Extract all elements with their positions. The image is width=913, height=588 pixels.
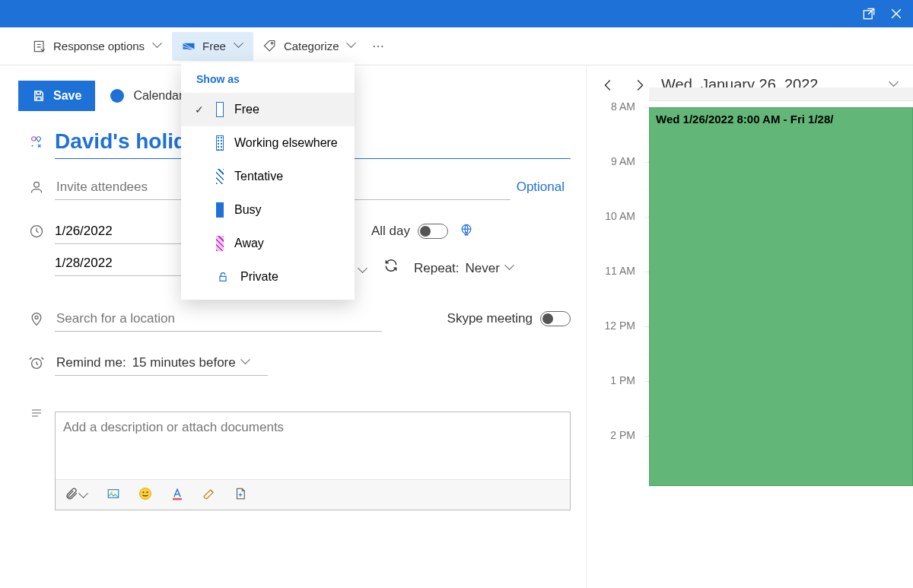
svg-point-8 [32, 137, 37, 141]
font-color-icon[interactable] [170, 486, 185, 504]
lock-icon [216, 270, 230, 284]
event-summary: Wed 1/26/2022 8:00 AM - Fri 1/28/ [656, 113, 833, 126]
svg-point-18 [143, 491, 145, 493]
dropdown-item-working-elsewhere[interactable]: ✓ Working elsewhere [181, 126, 355, 160]
categorize-label: Categorize [284, 40, 339, 52]
status-swatch-away [216, 236, 224, 251]
check-icon: ✓ [193, 103, 205, 116]
hour-label: 10 AM [587, 210, 640, 222]
hour-label: 2 PM [587, 429, 640, 441]
insert-icon[interactable] [234, 486, 247, 504]
repeat-value: Never [466, 261, 500, 276]
close-button[interactable] [884, 2, 908, 26]
svg-point-19 [147, 491, 148, 493]
dropdown-item-free[interactable]: ✓ Free [181, 93, 355, 126]
status-swatch-busy [216, 202, 224, 218]
svg-point-17 [140, 488, 151, 499]
calendar-name: Calendar [133, 89, 183, 103]
repeat-label: Repeat: [414, 261, 460, 276]
emoji-icon[interactable] [138, 486, 153, 504]
svg-point-16 [111, 491, 113, 493]
all-day-control: All day [371, 224, 448, 239]
all-day-toggle[interactable] [418, 224, 448, 239]
reminder-row: Remind me: 15 minutes before [18, 346, 571, 380]
dropdown-item-label: Private [240, 270, 278, 284]
calendar-selector[interactable]: Calendar [110, 89, 183, 103]
person-icon [18, 180, 55, 195]
repeat-selector[interactable]: Repeat: Never [414, 261, 515, 276]
dropdown-item-label: Working elsewhere [234, 136, 338, 150]
description-box: Add a description or attach documents [55, 412, 571, 510]
highlight-icon[interactable] [202, 486, 217, 504]
hour-label: 8 AM [587, 100, 640, 113]
chevron-down-icon [235, 42, 244, 51]
save-label: Save [53, 89, 81, 103]
chevron-down-icon [348, 42, 357, 51]
response-options-button[interactable]: Response options [23, 32, 172, 61]
dropdown-item-busy[interactable]: ✓ Busy [181, 193, 355, 227]
dropdown-heading: Show as [181, 70, 355, 93]
dropdown-item-tentative[interactable]: ✓ Tentative [181, 160, 355, 193]
svg-rect-20 [173, 497, 182, 500]
attach-icon[interactable] [65, 486, 89, 504]
show-as-button[interactable]: Free [172, 32, 253, 61]
end-date-value: 1/28/2022 [55, 256, 113, 271]
calendar-color-dot [110, 89, 124, 103]
clock-icon [18, 224, 55, 239]
skype-toggle[interactable] [540, 311, 571, 326]
skype-label: Skype meeting [447, 311, 533, 326]
dropdown-item-away[interactable]: ✓ Away [181, 227, 355, 260]
svg-point-13 [35, 316, 38, 319]
main-area: Show as ✓ Free ✓ Working elsewhere ✓ Ten… [0, 65, 913, 588]
window-chrome [0, 0, 913, 27]
alarm-icon [18, 354, 55, 371]
status-swatch-working-elsewhere [216, 135, 224, 151]
timezone-icon[interactable] [459, 222, 474, 240]
all-day-label: All day [371, 224, 410, 239]
description-toolbar [56, 479, 570, 510]
svg-point-3 [271, 42, 273, 44]
description-field[interactable]: Add a description or attach documents [56, 412, 570, 479]
more-options-button[interactable] [366, 40, 390, 53]
chevron-down-icon[interactable] [359, 267, 368, 276]
dropdown-item-label: Away [234, 237, 264, 250]
optional-attendees-link[interactable]: Optional [511, 180, 571, 195]
hour-label: 1 PM [587, 374, 640, 386]
chevron-down-icon [506, 264, 515, 273]
event-form: Show as ✓ Free ✓ Working elsewhere ✓ Ten… [0, 65, 586, 588]
event-block[interactable]: Wed 1/26/2022 8:00 AM - Fri 1/28/ [649, 107, 913, 486]
reminder-label: Remind me: [56, 355, 126, 370]
ribbon: Response options Free Categorize [0, 27, 913, 65]
recurrence-icon[interactable] [383, 258, 399, 276]
reminder-selector[interactable]: Remind me: 15 minutes before [55, 351, 268, 376]
location-icon [18, 310, 55, 327]
start-date-value: 1/26/2022 [55, 224, 113, 239]
svg-point-6 [382, 45, 383, 46]
location-field[interactable]: Search for a location [55, 307, 382, 332]
hour-label: 11 AM [587, 265, 640, 277]
status-swatch-tentative [216, 169, 224, 184]
show-as-dropdown: Show as ✓ Free ✓ Working elsewhere ✓ Ten… [181, 62, 355, 300]
skype-control: Skype meeting [447, 311, 571, 326]
image-icon[interactable] [106, 487, 121, 504]
next-day-button[interactable] [631, 77, 647, 94]
hour-label: 9 AM [587, 155, 640, 167]
categorize-button[interactable]: Categorize [253, 32, 367, 61]
description-icon [18, 401, 55, 419]
save-button[interactable]: Save [18, 81, 95, 111]
dropdown-item-label: Busy [234, 203, 262, 217]
chevron-down-icon [80, 492, 89, 501]
svg-point-5 [377, 45, 379, 46]
dropdown-item-private[interactable]: ✓ Private [181, 260, 355, 294]
allday-row [649, 87, 913, 101]
svg-rect-7 [220, 276, 226, 281]
calendar-grid: 8 AM 9 AM 10 AM 11 AM 12 PM 1 PM 2 PM We… [587, 107, 913, 491]
reminder-value: 15 minutes before [132, 355, 236, 370]
show-as-label: Free [202, 40, 226, 52]
prev-day-button[interactable] [600, 77, 617, 94]
popout-button[interactable] [857, 2, 881, 26]
location-row: Search for a location Skype meeting [18, 302, 571, 335]
hour-label: 12 PM [587, 319, 640, 332]
status-swatch-free [216, 102, 224, 117]
emoji-picker-icon[interactable] [18, 135, 55, 151]
